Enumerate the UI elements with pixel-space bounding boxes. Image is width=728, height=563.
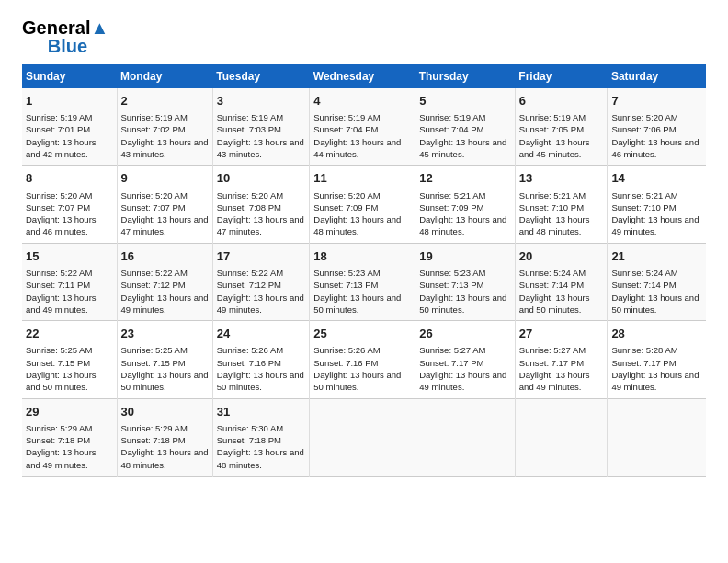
sunrise-text: Sunrise: 5:23 AM (313, 268, 380, 278)
calendar-cell: 10Sunrise: 5:20 AMSunset: 7:08 PMDayligh… (212, 166, 310, 243)
sunset-text: Sunset: 7:04 PM (313, 124, 378, 134)
calendar-cell: 23Sunrise: 5:25 AMSunset: 7:15 PMDayligh… (117, 321, 212, 398)
sunset-text: Sunset: 7:04 PM (419, 124, 483, 134)
daylight-text: Daylight: 13 hours and 49 minutes. (26, 293, 97, 315)
daylight-text: Daylight: 13 hours and 50 minutes. (217, 370, 304, 392)
calendar-cell: 1Sunrise: 5:19 AMSunset: 7:01 PMDaylight… (22, 88, 117, 166)
sunrise-text: Sunrise: 5:20 AM (121, 190, 188, 201)
sunset-text: Sunset: 7:18 PM (121, 435, 186, 445)
calendar-cell (515, 398, 608, 476)
day-number: 21 (611, 248, 702, 265)
sunrise-text: Sunrise: 5:20 AM (313, 190, 380, 201)
calendar-cell: 5Sunrise: 5:19 AMSunset: 7:04 PMDaylight… (415, 88, 516, 166)
calendar-cell: 20Sunrise: 5:24 AMSunset: 7:14 PMDayligh… (515, 243, 608, 320)
day-number: 2 (121, 93, 209, 109)
daylight-text: Daylight: 13 hours and 45 minutes. (519, 137, 590, 159)
sunrise-text: Sunrise: 5:22 AM (217, 268, 283, 278)
calendar-cell: 30Sunrise: 5:29 AMSunset: 7:18 PMDayligh… (117, 398, 212, 476)
sunset-text: Sunset: 7:17 PM (519, 358, 584, 368)
day-number: 28 (611, 326, 702, 342)
daylight-text: Daylight: 13 hours and 42 minutes. (26, 137, 97, 159)
sunset-text: Sunset: 7:16 PM (313, 358, 378, 368)
sunrise-text: Sunrise: 5:29 AM (121, 423, 188, 433)
day-number: 19 (419, 248, 511, 265)
calendar-cell: 19Sunrise: 5:23 AMSunset: 7:13 PMDayligh… (415, 243, 516, 320)
daylight-text: Daylight: 13 hours and 43 minutes. (217, 137, 304, 159)
daylight-text: Daylight: 13 hours and 50 minutes. (121, 370, 209, 392)
column-header-wednesday: Wednesday (310, 64, 415, 88)
daylight-text: Daylight: 13 hours and 50 minutes. (313, 293, 401, 315)
calendar-cell: 4Sunrise: 5:19 AMSunset: 7:04 PMDaylight… (310, 88, 415, 166)
day-number: 6 (519, 93, 604, 109)
sunset-text: Sunset: 7:15 PM (26, 358, 90, 368)
sunset-text: Sunset: 7:03 PM (217, 124, 281, 134)
calendar-cell: 7Sunrise: 5:20 AMSunset: 7:06 PMDaylight… (608, 88, 706, 166)
daylight-text: Daylight: 13 hours and 49 minutes. (217, 293, 304, 315)
day-number: 31 (217, 404, 306, 420)
day-number: 11 (313, 170, 411, 187)
daylight-text: Daylight: 13 hours and 49 minutes. (519, 370, 590, 392)
calendar-cell: 8Sunrise: 5:20 AMSunset: 7:07 PMDaylight… (22, 166, 117, 243)
column-header-saturday: Saturday (608, 64, 706, 88)
sunrise-text: Sunrise: 5:24 AM (611, 268, 677, 278)
daylight-text: Daylight: 13 hours and 44 minutes. (313, 137, 401, 159)
sunrise-text: Sunrise: 5:27 AM (419, 345, 485, 355)
sunrise-text: Sunrise: 5:28 AM (611, 345, 677, 355)
calendar-cell (310, 398, 415, 476)
day-number: 13 (519, 170, 604, 187)
sunset-text: Sunset: 7:07 PM (121, 202, 186, 213)
sunset-text: Sunset: 7:15 PM (121, 358, 186, 368)
sunset-text: Sunset: 7:18 PM (217, 435, 281, 445)
day-number: 26 (419, 326, 511, 342)
day-number: 15 (26, 248, 113, 265)
sunrise-text: Sunrise: 5:19 AM (217, 112, 283, 122)
sunset-text: Sunset: 7:05 PM (519, 124, 584, 134)
calendar-cell: 28Sunrise: 5:28 AMSunset: 7:17 PMDayligh… (608, 321, 706, 398)
sunset-text: Sunset: 7:18 PM (26, 435, 90, 445)
daylight-text: Daylight: 13 hours and 49 minutes. (121, 293, 209, 315)
daylight-text: Daylight: 13 hours and 46 minutes. (611, 137, 699, 159)
logo-text: General▲ Blue (22, 18, 108, 55)
daylight-text: Daylight: 13 hours and 48 minutes. (419, 214, 506, 236)
daylight-text: Daylight: 13 hours and 48 minutes. (217, 447, 304, 469)
sunset-text: Sunset: 7:10 PM (519, 202, 584, 213)
sunset-text: Sunset: 7:13 PM (313, 280, 378, 290)
calendar-cell: 11Sunrise: 5:20 AMSunset: 7:09 PMDayligh… (310, 166, 415, 243)
sunrise-text: Sunrise: 5:26 AM (313, 345, 380, 355)
day-number: 23 (121, 326, 209, 342)
day-number: 17 (217, 248, 306, 265)
day-number: 22 (26, 326, 113, 342)
day-number: 3 (217, 93, 306, 109)
day-number: 5 (419, 93, 511, 109)
sunset-text: Sunset: 7:14 PM (519, 280, 584, 290)
sunrise-text: Sunrise: 5:30 AM (217, 423, 283, 433)
sunset-text: Sunset: 7:12 PM (217, 280, 281, 290)
calendar-cell: 14Sunrise: 5:21 AMSunset: 7:10 PMDayligh… (608, 166, 706, 243)
calendar-cell: 15Sunrise: 5:22 AMSunset: 7:11 PMDayligh… (22, 243, 117, 320)
calendar-cell: 25Sunrise: 5:26 AMSunset: 7:16 PMDayligh… (310, 321, 415, 398)
calendar-week-4: 22Sunrise: 5:25 AMSunset: 7:15 PMDayligh… (22, 321, 706, 398)
daylight-text: Daylight: 13 hours and 50 minutes. (519, 293, 590, 315)
sunset-text: Sunset: 7:10 PM (611, 202, 676, 213)
calendar-cell: 6Sunrise: 5:19 AMSunset: 7:05 PMDaylight… (515, 88, 608, 166)
day-number: 12 (419, 170, 511, 187)
sunset-text: Sunset: 7:16 PM (217, 358, 281, 368)
calendar-week-3: 15Sunrise: 5:22 AMSunset: 7:11 PMDayligh… (22, 243, 706, 320)
daylight-text: Daylight: 13 hours and 49 minutes. (26, 447, 97, 469)
day-number: 8 (26, 170, 113, 187)
calendar-header-row: SundayMondayTuesdayWednesdayThursdayFrid… (22, 64, 706, 88)
sunrise-text: Sunrise: 5:19 AM (519, 112, 586, 122)
day-number: 1 (26, 93, 113, 109)
daylight-text: Daylight: 13 hours and 48 minutes. (121, 447, 209, 469)
day-number: 14 (611, 170, 702, 187)
sunrise-text: Sunrise: 5:20 AM (611, 112, 677, 122)
sunrise-text: Sunrise: 5:20 AM (26, 190, 92, 201)
calendar-cell: 22Sunrise: 5:25 AMSunset: 7:15 PMDayligh… (22, 321, 117, 398)
header: General▲ Blue (22, 18, 706, 55)
sunrise-text: Sunrise: 5:19 AM (313, 112, 380, 122)
daylight-text: Daylight: 13 hours and 43 minutes. (121, 137, 209, 159)
day-number: 24 (217, 326, 306, 342)
day-number: 27 (519, 326, 604, 342)
day-number: 7 (611, 93, 702, 109)
daylight-text: Daylight: 13 hours and 46 minutes. (26, 214, 97, 236)
